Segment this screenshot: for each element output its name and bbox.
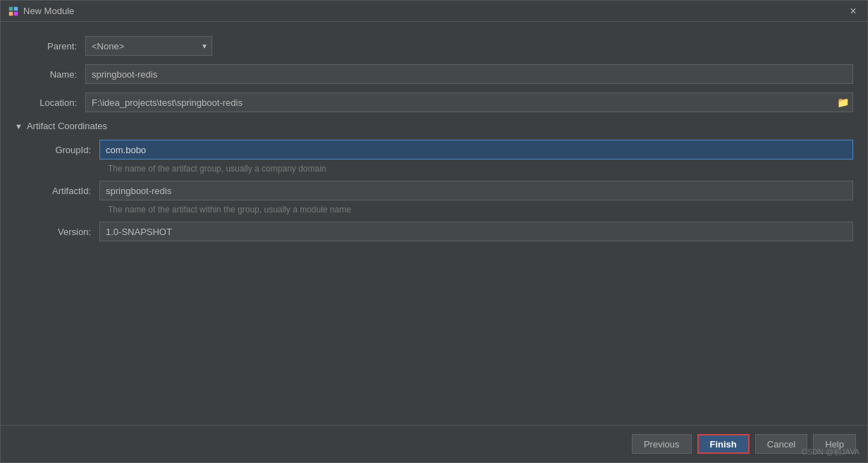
- location-label: Location:: [15, 97, 85, 108]
- artifactid-input[interactable]: [99, 181, 853, 200]
- artifactid-row: ArtifactId:: [29, 181, 853, 200]
- module-icon: [8, 6, 19, 17]
- artifact-section-header: ▼ Artifact Coordinates: [15, 121, 853, 131]
- dialog-footer: Previous Finish Cancel Help: [1, 425, 867, 462]
- svg-rect-0: [9, 7, 13, 11]
- dialog-content: Parent: <None> ▼ Name: Location:: [1, 22, 867, 425]
- version-label: Version:: [29, 227, 99, 237]
- groupid-hint: The name of the artifact group, usually …: [108, 164, 853, 174]
- parent-control: <None> ▼: [85, 36, 853, 56]
- name-input[interactable]: [85, 64, 853, 84]
- location-input[interactable]: [85, 92, 853, 112]
- watermark: CSDN @初JAVA: [802, 447, 860, 457]
- location-control: 📁: [85, 92, 853, 112]
- location-row: Location: 📁: [15, 92, 853, 112]
- groupid-input[interactable]: [99, 140, 853, 160]
- name-label: Name:: [15, 69, 85, 80]
- svg-rect-2: [9, 12, 13, 16]
- version-control: [99, 222, 853, 241]
- version-row: Version:: [29, 222, 853, 241]
- collapse-icon[interactable]: ▼: [15, 122, 23, 131]
- previous-button[interactable]: Previous: [632, 434, 692, 454]
- groupid-control: [99, 140, 853, 160]
- artifactid-label: ArtifactId:: [29, 186, 99, 196]
- finish-button[interactable]: Finish: [697, 434, 750, 454]
- parent-label: Parent:: [15, 41, 85, 52]
- folder-icon[interactable]: 📁: [837, 97, 849, 108]
- new-module-dialog: New Module × Parent: <None> ▼ Name:: [0, 0, 868, 463]
- title-bar: New Module ×: [1, 1, 867, 22]
- parent-row: Parent: <None> ▼: [15, 36, 853, 56]
- artifact-content: GroupId: The name of the artifact group,…: [15, 140, 853, 241]
- name-control: [85, 64, 853, 84]
- svg-rect-3: [14, 12, 18, 16]
- svg-rect-1: [14, 7, 18, 11]
- dialog-title: New Module: [23, 6, 846, 16]
- parent-select[interactable]: <None>: [85, 36, 212, 56]
- artifact-section-title: Artifact Coordinates: [27, 121, 107, 131]
- version-input[interactable]: [99, 222, 853, 241]
- close-button[interactable]: ×: [846, 4, 860, 18]
- name-row: Name:: [15, 64, 853, 84]
- groupid-row: GroupId:: [29, 140, 853, 160]
- artifactid-hint: The name of the artifact within the grou…: [108, 205, 853, 215]
- cancel-button[interactable]: Cancel: [755, 434, 807, 454]
- artifactid-control: [99, 181, 853, 200]
- groupid-label: GroupId:: [29, 145, 99, 155]
- parent-select-wrapper: <None> ▼: [85, 36, 212, 56]
